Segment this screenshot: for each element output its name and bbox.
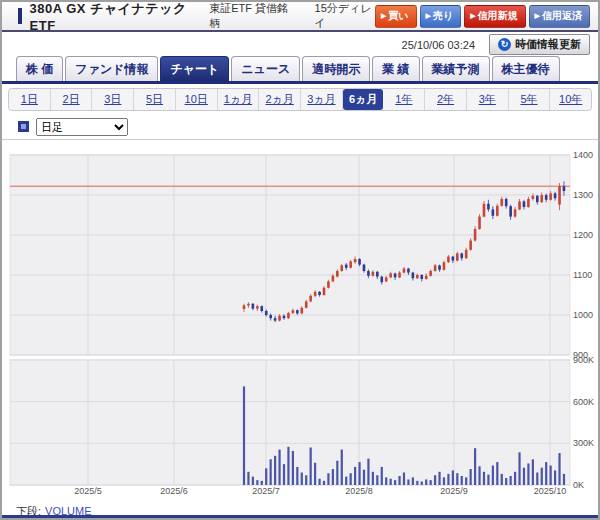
candle-body (394, 273, 397, 277)
candle-body (269, 315, 272, 318)
svg-text:1000: 1000 (573, 310, 593, 320)
sell-button[interactable]: 売り (420, 5, 462, 28)
candle-body (540, 195, 543, 202)
price-panel (10, 155, 570, 355)
tab-fund-info[interactable]: ファンド情報 (65, 56, 158, 81)
svg-text:600K: 600K (573, 397, 594, 407)
volume-bar (541, 468, 543, 485)
candle-body (349, 261, 352, 267)
tab-shareholder-benefits[interactable]: 株主優待 (492, 56, 560, 81)
volume-bar (434, 475, 436, 485)
volume-bar (447, 474, 449, 485)
svg-text:2025/9: 2025/9 (440, 486, 468, 496)
tab-chart[interactable]: チャート (160, 56, 229, 81)
tab-earnings[interactable]: 業 績 (372, 56, 419, 81)
volume-bar (452, 470, 454, 485)
period-10年[interactable]: 10年 (550, 89, 591, 110)
candle-body (518, 201, 521, 209)
candle-body (505, 199, 508, 206)
candle-body (380, 277, 383, 283)
candle-body (554, 193, 557, 198)
volume-bar (563, 474, 565, 485)
candle-body (407, 269, 410, 273)
candle-body (425, 276, 428, 279)
tab-row: 株 価ファンド情報チャートニュース適時開示業 績業績予測株主優待 (2, 57, 598, 81)
period-3日[interactable]: 3日 (92, 89, 134, 110)
period-6ヵ月[interactable]: 6ヵ月 (343, 89, 384, 110)
period-3ヵ月[interactable]: 3ヵ月 (301, 89, 343, 110)
candle-body (514, 209, 517, 216)
period-label: 6ヵ月 (349, 92, 377, 107)
period-2年[interactable]: 2年 (425, 89, 467, 110)
candle-body (447, 257, 450, 263)
period-selector: 1日2日3日5日10日1ヵ月2ヵ月3ヵ月6ヵ月1年2年3年5年10年 (8, 88, 592, 111)
period-label: 3日 (104, 92, 121, 107)
candle-body (403, 269, 406, 273)
svg-text:2025/7: 2025/7 (252, 486, 280, 496)
refresh-quote-button[interactable]: ↻ 時価情報更新 (489, 34, 590, 55)
candle-body (283, 316, 286, 318)
svg-text:900K: 900K (573, 355, 594, 365)
period-2ヵ月[interactable]: 2ヵ月 (259, 89, 301, 110)
volume-bar (252, 477, 254, 485)
candle-body (398, 273, 401, 278)
tab-earnings-forecast[interactable]: 業績予測 (422, 56, 490, 81)
candle-body (354, 259, 357, 262)
period-label: 1ヵ月 (224, 92, 252, 107)
period-label: 2日 (63, 92, 80, 107)
volume-bar (438, 472, 440, 485)
volume-bar (554, 470, 556, 485)
period-3年[interactable]: 3年 (467, 89, 509, 110)
refresh-button-label: 時価情報更新 (515, 37, 581, 52)
volume-bar (358, 462, 360, 485)
volume-bar (536, 473, 538, 486)
period-1日[interactable]: 1日 (9, 89, 51, 110)
volume-bar (483, 472, 485, 485)
candle-body (527, 199, 530, 207)
period-label: 1年 (395, 92, 412, 107)
period-label: 10日 (185, 92, 208, 107)
volume-bar (385, 477, 387, 485)
tab-news[interactable]: ニュース (231, 56, 300, 81)
volume-bar (478, 466, 480, 485)
candle-body (443, 262, 446, 270)
candle-body (340, 265, 343, 271)
volume-bar (243, 386, 245, 485)
candle-body (265, 311, 268, 315)
volume-bar (345, 477, 347, 485)
volume-bar (332, 469, 334, 485)
candle-body (478, 217, 481, 229)
chart-controls: 日足 (2, 114, 598, 140)
tab-stock-price[interactable]: 株 価 (16, 56, 63, 81)
volume-bar (527, 463, 529, 485)
svg-text:2025/5: 2025/5 (74, 486, 102, 496)
volume-bar (430, 480, 432, 485)
period-5年[interactable]: 5年 (509, 89, 551, 110)
quote-timestamp: 25/10/06 03:24 (402, 39, 475, 51)
volume-bar (318, 479, 320, 485)
chart-area: 14001300120011001000900900K600K300K0K202… (2, 140, 598, 502)
svg-text:300K: 300K (573, 438, 594, 448)
period-10日[interactable]: 10日 (176, 89, 218, 110)
candle-body (300, 308, 303, 314)
volume-bar (505, 478, 507, 485)
buy-button[interactable]: 買い (375, 5, 417, 28)
margin-repay-button[interactable]: 信用返済 (529, 5, 590, 28)
period-5日[interactable]: 5日 (134, 89, 176, 110)
delay-label: 15分ディレイ (315, 1, 375, 31)
period-label: 5年 (520, 92, 537, 107)
period-1年[interactable]: 1年 (383, 89, 425, 110)
volume-bar (367, 459, 369, 485)
period-1ヵ月[interactable]: 1ヵ月 (218, 89, 260, 110)
chart-type-select[interactable]: 日足 (36, 118, 128, 136)
candle-body (327, 281, 330, 287)
margin-new-button[interactable]: 信用新規 (464, 5, 525, 28)
volume-bar (456, 473, 458, 485)
tab-timely-disclosure[interactable]: 適時開示 (302, 56, 370, 81)
candle-body (278, 316, 281, 321)
candle-body (389, 273, 392, 277)
volume-bar (510, 476, 512, 485)
candle-body (460, 253, 463, 258)
period-2日[interactable]: 2日 (51, 89, 93, 110)
volume-bar (381, 467, 383, 485)
